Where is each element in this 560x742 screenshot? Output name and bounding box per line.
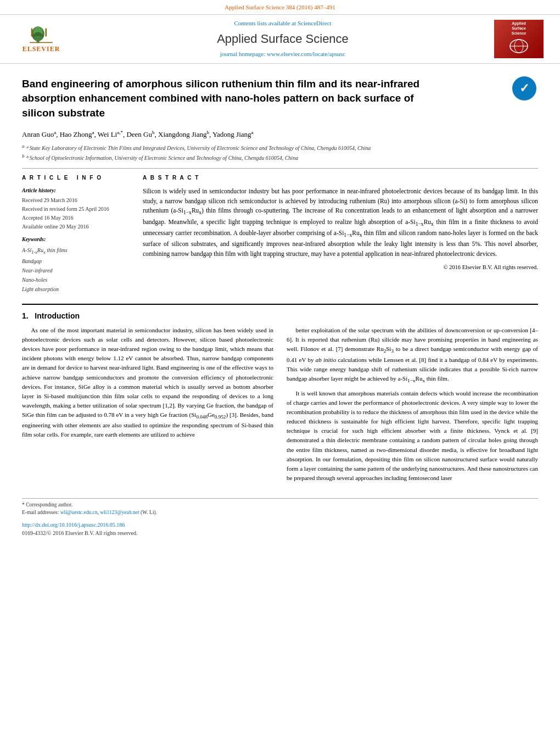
body-para-1: As one of the most important material in… xyxy=(22,326,273,439)
section-number: 1. xyxy=(22,311,29,320)
journal-header: ELSEVIER Contents lists available at Sci… xyxy=(0,14,560,64)
main-content: Band engineering of amorphous silicon ru… xyxy=(0,64,560,549)
title-row: Band engineering of amorphous silicon ru… xyxy=(22,69,538,126)
abstract-col: A B S T R A C T Silicon is widely used i… xyxy=(143,174,538,294)
article-info-col: A R T I C L E I N F O Article history: R… xyxy=(22,174,132,294)
abstract-copyright: © 2016 Elsevier B.V. All rights reserved… xyxy=(143,263,538,271)
received-date: Received 29 March 2016 xyxy=(22,196,132,205)
authors: Anran Guoa, Hao Zhonga, Wei Lia,*, Deen … xyxy=(22,129,538,140)
body-section: 1. Introduction As one of the most impor… xyxy=(22,304,538,537)
svg-text:✓: ✓ xyxy=(519,81,529,95)
sciencedirect-link: Contents lists available at ScienceDirec… xyxy=(71,19,494,28)
keyword-1: A-Si1-xRux thin films xyxy=(22,246,132,256)
homepage-url[interactable]: www.elsevier.com/locate/apsusc xyxy=(267,51,345,57)
doi-link[interactable]: http://dx.doi.org/10.1016/j.apsusc.2016.… xyxy=(22,521,538,529)
keywords-list: A-Si1-xRux thin films Bandgap Near-infra… xyxy=(22,246,132,294)
svg-rect-4 xyxy=(46,29,47,37)
footnote-area: * Corresponding author. E-mail addresses… xyxy=(22,498,538,517)
sciencedirect-text: Contents lists available at ScienceDirec… xyxy=(234,20,331,26)
article-info-label: A R T I C L E I N F O xyxy=(22,174,132,182)
crossmark-icon[interactable]: ✓ xyxy=(511,75,538,102)
affiliations: a ᵃ State Key Laboratory of Electronic T… xyxy=(22,143,538,163)
journal-reference: Applied Surface Science 384 (2016) 487–4… xyxy=(0,0,560,14)
keywords-label: Keywords: xyxy=(22,236,132,244)
journal-ref-text: Applied Surface Science 384 (2016) 487–4… xyxy=(225,4,335,10)
body-columns: As one of the most important material in… xyxy=(22,326,538,487)
affiliation-a: a ᵃ State Key Laboratory of Electronic T… xyxy=(22,143,538,153)
journal-homepage: journal homepage: www.elsevier.com/locat… xyxy=(71,50,494,59)
history-label: Article history: xyxy=(22,187,132,195)
svg-rect-5 xyxy=(30,42,53,43)
keyword-3: Near-infrared xyxy=(22,266,132,275)
body-para-right-1: better exploitation of the solar spectru… xyxy=(287,326,538,384)
info-abstract-row: A R T I C L E I N F O Article history: R… xyxy=(22,174,538,294)
section-title: 1. Introduction xyxy=(22,310,538,321)
elsevier-logo: ELSEVIER xyxy=(11,23,71,55)
journal-logo-icon xyxy=(508,38,530,57)
keyword-2: Bandgap xyxy=(22,256,132,266)
article-dates: Received 29 March 2016 Received in revis… xyxy=(22,196,132,231)
abstract-text: Silicon is widely used in semiconductor … xyxy=(143,187,538,259)
body-divider xyxy=(22,304,538,305)
body-col-left: As one of the most important material in… xyxy=(22,326,273,487)
section-heading: Introduction xyxy=(35,311,80,320)
homepage-label: journal homepage: xyxy=(220,51,265,57)
online-date: Available online 20 May 2016 xyxy=(22,222,132,231)
revised-date: Received in revised form 25 April 2016 xyxy=(22,205,132,214)
elsevier-wordmark: ELSEVIER xyxy=(23,44,60,54)
journal-logo-text: AppliedSurfaceScience xyxy=(512,21,526,36)
journal-logo-box: AppliedSurfaceScience xyxy=(494,20,544,58)
elsevier-tree-icon xyxy=(27,24,55,44)
email-link-2[interactable]: wli1123@yeah.net xyxy=(100,510,139,515)
body-col-right: better exploitation of the solar spectru… xyxy=(287,326,538,487)
journal-title: Applied Surface Science xyxy=(71,30,494,48)
journal-name-area: Contents lists available at ScienceDirec… xyxy=(71,19,494,59)
abstract-label: A B S T R A C T xyxy=(143,174,538,182)
issn-line: 0169-4332/© 2016 Elsevier B.V. All right… xyxy=(22,529,538,538)
affiliation-b-text: ᵇ School of Optoelectronic Information, … xyxy=(26,155,298,161)
divider-1 xyxy=(22,168,538,169)
footnote-email: E-mail addresses: wli@uestc.edu.cn, wli1… xyxy=(22,509,538,517)
footnote-corresponding: * Corresponding author. xyxy=(22,501,538,509)
keyword-5: Light absorption xyxy=(22,284,132,294)
article-title: Band engineering of amorphous silicon ru… xyxy=(22,77,434,121)
keyword-4: Nano-holes xyxy=(22,275,132,284)
email-link-1[interactable]: wli@uestc.edu.cn xyxy=(60,510,98,515)
affiliation-a-text: ᵃ State Key Laboratory of Electronic Thi… xyxy=(26,145,371,151)
svg-rect-3 xyxy=(31,29,33,37)
doi-area: http://dx.doi.org/10.1016/j.apsusc.2016.… xyxy=(22,521,538,537)
article-info: Article history: Received 29 March 2016 … xyxy=(22,187,132,294)
affiliation-b: b ᵇ School of Optoelectronic Information… xyxy=(22,153,538,163)
body-para-right-2: It is well known that amorphous material… xyxy=(287,389,538,482)
accepted-date: Accepted 16 May 2016 xyxy=(22,214,132,222)
